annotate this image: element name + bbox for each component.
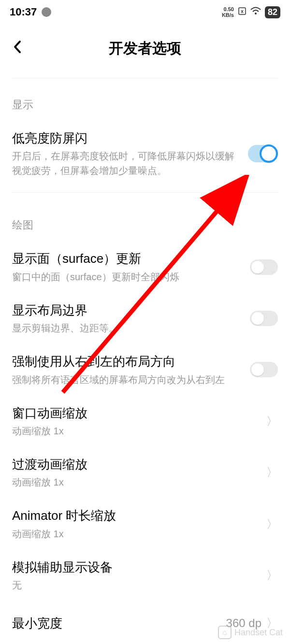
watermark-icon: ⌂ [218, 626, 232, 639]
item-simulate-secondary-display[interactable]: 模拟辅助显示设备 无 〉 [12, 550, 278, 601]
item-layout-bounds[interactable]: 显示布局边界 显示剪辑边界、边距等。 [12, 293, 278, 344]
item-subtitle: 动画缩放 1x [12, 424, 259, 438]
toggle-surface-updates[interactable] [250, 259, 278, 275]
toggle-low-brightness[interactable] [248, 145, 278, 162]
chevron-right-icon: 〉 [266, 568, 278, 583]
item-title: 显示布局边界 [12, 301, 243, 319]
item-subtitle: 无 [12, 578, 259, 592]
compass-icon [42, 7, 51, 17]
item-subtitle: 显示剪辑边界、边距等。 [12, 321, 243, 335]
network-speed: 0.50 KB/s [222, 6, 234, 18]
svg-point-2 [255, 13, 257, 14]
item-title: 显示面（surface）更新 [12, 250, 243, 267]
watermark: ⌂ Handset Cat [218, 626, 283, 639]
item-window-animation-scale[interactable]: 窗口动画缩放 动画缩放 1x 〉 [12, 396, 278, 447]
watermark-text: Handset Cat [234, 628, 283, 638]
item-low-brightness-flicker[interactable]: 低亮度防屏闪 开启后，在屏幕亮度较低时，可降低屏幕闪烁以缓解视觉疲劳，但屏幕会增… [12, 121, 278, 186]
item-notch-cutout[interactable]: 刘海屏 设备默认设置 〉 [12, 641, 278, 644]
item-subtitle: 强制将所有语言区域的屏幕布局方向改为从右到左 [12, 372, 243, 387]
chevron-right-icon: 〉 [266, 516, 278, 532]
item-title: 低亮度防屏闪 [12, 129, 241, 147]
item-title: 模拟辅助显示设备 [12, 558, 259, 576]
item-subtitle: 动画缩放 1x [12, 475, 259, 489]
back-button[interactable] [12, 40, 23, 57]
toggle-layout-bounds[interactable] [250, 311, 278, 326]
item-title: 窗口动画缩放 [12, 404, 259, 422]
section-display: 显示 低亮度防屏闪 开启后，在屏幕亮度较低时，可降低屏幕闪烁以缓解视觉疲劳，但屏… [0, 78, 290, 193]
item-title: Animator 时长缩放 [12, 507, 259, 524]
page-title: 开发者选项 [10, 39, 280, 58]
toggle-force-rtl[interactable] [250, 362, 278, 377]
chevron-right-icon: 〉 [266, 414, 278, 429]
section-drawing: 绘图 显示面（surface）更新 窗口中的面（surface）更新时全部闪烁 … [0, 199, 290, 644]
item-surface-updates[interactable]: 显示面（surface）更新 窗口中的面（surface）更新时全部闪烁 [12, 241, 278, 292]
item-subtitle: 动画缩放 1x [12, 527, 259, 541]
section-drawing-title: 绘图 [12, 199, 278, 241]
page-header: 开发者选项 [0, 24, 290, 78]
item-transition-animation-scale[interactable]: 过渡动画缩放 动画缩放 1x 〉 [12, 447, 278, 498]
item-title: 强制使用从右到左的布局方向 [12, 353, 243, 370]
item-title: 过渡动画缩放 [12, 456, 259, 473]
status-time: 10:37 [10, 6, 37, 18]
item-title: 最小宽度 [12, 615, 219, 632]
item-subtitle: 开启后，在屏幕亮度较低时，可降低屏幕闪烁以缓解视觉疲劳，但屏幕会增加少量噪点。 [12, 149, 241, 178]
item-force-rtl[interactable]: 强制使用从右到左的布局方向 强制将所有语言区域的屏幕布局方向改为从右到左 [12, 344, 278, 395]
status-bar: 10:37 0.50 KB/s x 82 [0, 0, 290, 24]
section-display-title: 显示 [12, 78, 278, 121]
svg-text:x: x [241, 9, 244, 14]
chevron-right-icon: 〉 [266, 465, 278, 480]
battery-level: 82 [265, 6, 280, 18]
item-subtitle: 窗口中的面（surface）更新时全部闪烁 [12, 270, 243, 284]
sim-icon: x [238, 6, 246, 18]
item-animator-duration-scale[interactable]: Animator 时长缩放 动画缩放 1x 〉 [12, 498, 278, 549]
divider [12, 192, 278, 193]
wifi-icon [250, 6, 261, 18]
